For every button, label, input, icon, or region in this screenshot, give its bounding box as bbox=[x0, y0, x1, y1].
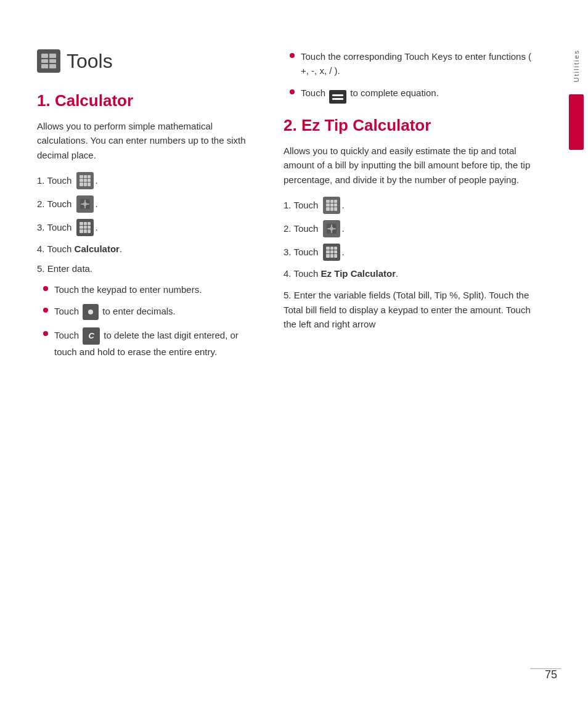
clear-icon: C bbox=[83, 327, 100, 345]
step-1-period: . bbox=[95, 174, 97, 188]
ez-step-3-label: 3. Touch bbox=[284, 245, 318, 260]
svg-rect-8 bbox=[331, 224, 332, 228]
equals-icon bbox=[329, 90, 346, 104]
bullet-content-2: Touch to enter decimals. bbox=[54, 304, 259, 320]
apps-icon-1 bbox=[76, 172, 94, 189]
ez-step-2-period: . bbox=[341, 222, 344, 236]
tools-sm-icon-1 bbox=[76, 195, 94, 213]
right-bullet-dot-1 bbox=[290, 53, 295, 58]
right-bullet-1: Touch the corresponding Touch Keys to en… bbox=[290, 49, 540, 78]
section1-body: Allows you to perform simple mathematica… bbox=[37, 119, 259, 162]
step-4: 4. Touch Calculator. bbox=[37, 242, 259, 257]
ez-step-1-icon bbox=[323, 197, 340, 214]
svg-rect-4 bbox=[81, 203, 84, 205]
bullet-dot-1 bbox=[43, 286, 48, 291]
step-2-period: . bbox=[95, 197, 97, 211]
bullet-item-2: Touch to enter decimals. bbox=[43, 304, 259, 320]
step-3: 3. Touch . bbox=[37, 219, 259, 236]
page-number: 75 bbox=[545, 668, 557, 681]
calc-sm-icon-1 bbox=[76, 219, 94, 236]
sidebar-bar bbox=[569, 94, 584, 150]
section2-body: Allows you to quickly and easily estimat… bbox=[284, 144, 540, 187]
sidebar: Utilities bbox=[565, 0, 588, 706]
bullet-dot-2 bbox=[43, 308, 48, 313]
ez-step-1-label: 1. Touch bbox=[284, 199, 318, 213]
step-5: 5. Enter data. bbox=[37, 262, 259, 276]
section1-title: 1. Calculator bbox=[37, 91, 259, 110]
svg-rect-3 bbox=[84, 205, 86, 208]
svg-rect-11 bbox=[333, 228, 336, 229]
step-2-icon bbox=[76, 195, 94, 213]
step-1: 1. Touch . bbox=[37, 172, 259, 189]
ez-step-3: 3. Touch . bbox=[284, 244, 540, 261]
step-4-label: 4. Touch Calculator. bbox=[37, 242, 122, 257]
tools-sm-icon-2 bbox=[323, 220, 340, 237]
tools-header: Tools bbox=[37, 49, 259, 73]
ez-step-4-label: 4. Touch Ez Tip Calculator. bbox=[284, 267, 398, 281]
bullet-content-1: Touch the keypad to enter numbers. bbox=[54, 282, 259, 297]
step-3-icon bbox=[76, 219, 94, 236]
bullet-item-3: Touch C to delete the last digit entered… bbox=[43, 327, 259, 359]
step-1-icon bbox=[76, 172, 94, 189]
sidebar-label: Utilities bbox=[573, 49, 580, 82]
tools-icon-grid bbox=[41, 54, 56, 68]
right-bullet-content-2: Touch to complete equation. bbox=[301, 86, 540, 104]
step-2: 2. Touch . bbox=[37, 195, 259, 213]
ez-step-2: 2. Touch . bbox=[284, 220, 540, 237]
left-column: Tools 1. Calculator Allows you to perfor… bbox=[37, 49, 277, 669]
svg-rect-9 bbox=[331, 230, 332, 233]
right-bullet-dot-2 bbox=[290, 89, 295, 94]
right-column: Touch the corresponding Touch Keys to en… bbox=[277, 49, 540, 669]
page-title: Tools bbox=[67, 50, 113, 73]
step-1-label: 1. Touch bbox=[37, 174, 71, 188]
ez-step-1-period: . bbox=[341, 199, 344, 213]
bullet-list: Touch the keypad to enter numbers. Touch… bbox=[43, 282, 259, 359]
ez-step-4: 4. Touch Ez Tip Calculator. bbox=[284, 267, 540, 281]
page: Tools 1. Calculator Allows you to perfor… bbox=[0, 0, 588, 706]
svg-rect-10 bbox=[327, 228, 330, 229]
step-4-bold: Calculator bbox=[75, 244, 120, 254]
right-bullet-content-1: Touch the corresponding Touch Keys to en… bbox=[301, 49, 540, 78]
ez-step-3-icon bbox=[323, 244, 340, 261]
ez-step-2-label: 2. Touch bbox=[284, 222, 318, 236]
ez-step-4-bold: Ez Tip Calculator bbox=[321, 268, 396, 279]
bullet-dot-3 bbox=[43, 331, 48, 336]
ez-step-1: 1. Touch . bbox=[284, 197, 540, 214]
tools-icon bbox=[37, 49, 60, 73]
right-bullet-list-top: Touch the corresponding Touch Keys to en… bbox=[290, 49, 540, 104]
bullet-item-1: Touch the keypad to enter numbers. bbox=[43, 282, 259, 297]
svg-rect-2 bbox=[84, 200, 86, 203]
ez-step-2-icon bbox=[323, 220, 340, 237]
dot-icon bbox=[83, 304, 99, 320]
bullet-content-3: Touch C to delete the last digit entered… bbox=[54, 327, 259, 359]
right-bullet-2: Touch to complete equation. bbox=[290, 86, 540, 104]
step-2-label: 2. Touch bbox=[37, 197, 71, 211]
step-3-period: . bbox=[95, 221, 97, 235]
step-5-label: 5. Enter data. bbox=[37, 262, 92, 276]
step5-text: 5. Enter the variable fields (Total bill… bbox=[284, 288, 540, 331]
step-3-label: 3. Touch bbox=[37, 221, 71, 235]
section2-title: 2. Ez Tip Calculator bbox=[284, 116, 540, 135]
apps-icon-2 bbox=[323, 197, 340, 214]
svg-rect-5 bbox=[86, 203, 89, 205]
ez-step-3-period: . bbox=[341, 245, 344, 260]
calc-sm-icon-2 bbox=[323, 244, 340, 261]
main-content: Tools 1. Calculator Allows you to perfor… bbox=[0, 0, 565, 706]
